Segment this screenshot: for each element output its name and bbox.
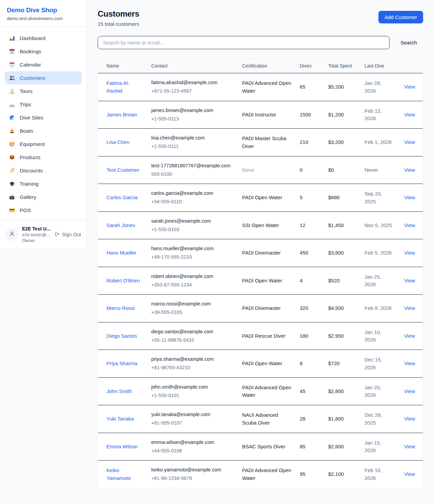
view-link[interactable]: View bbox=[404, 444, 415, 449]
view-link[interactable]: View bbox=[404, 305, 415, 311]
view-link[interactable]: View bbox=[404, 139, 415, 145]
view-link[interactable]: View bbox=[404, 416, 415, 422]
sidebar-item-training[interactable]: Training bbox=[5, 177, 82, 190]
view-link[interactable]: View bbox=[404, 84, 415, 90]
view-link[interactable]: View bbox=[404, 250, 415, 256]
table-row: Hans Mueller hans.mueller@example.com +4… bbox=[98, 239, 423, 267]
table-row: Priya Sharma priya.sharma@example.com +9… bbox=[98, 350, 423, 378]
customer-name-link[interactable]: Robert O'Brien bbox=[106, 278, 140, 283]
customer-certification: PADI Rescue Diver bbox=[238, 322, 296, 350]
sidebar-item-label: Boats bbox=[20, 128, 33, 134]
customer-name-link[interactable]: Carlos Garcia bbox=[106, 194, 138, 200]
customer-last-dive: Feb 12, 2026 bbox=[360, 101, 396, 129]
customer-dives: 65 bbox=[296, 73, 324, 101]
customer-name-link[interactable]: Marco Rossi bbox=[106, 305, 135, 311]
view-link[interactable]: View bbox=[404, 333, 415, 339]
table-row: Lisa Chen lisa.chen@example.com +1-555-0… bbox=[98, 129, 423, 156]
customer-total-spent: $2,100 bbox=[324, 461, 360, 488]
customer-total-spent: $1,450 bbox=[324, 211, 360, 239]
column-header-name: Name bbox=[98, 59, 147, 73]
search-input[interactable] bbox=[98, 36, 390, 49]
customer-name-link[interactable]: James Brown bbox=[106, 112, 137, 117]
sidebar-item-dive-sites[interactable]: Dive Sites bbox=[5, 111, 82, 124]
customer-name-link[interactable]: Fatima Al-Rashid bbox=[106, 80, 130, 94]
gallery-icon bbox=[9, 194, 15, 200]
customer-last-dive: Dec 28, 2025 bbox=[360, 405, 396, 433]
dashboard-icon bbox=[9, 35, 15, 41]
customer-name-link[interactable]: Diego Santos bbox=[106, 333, 137, 339]
customer-last-dive: Nov 5, 2025 bbox=[360, 211, 396, 239]
sidebar-item-bookings[interactable]: 17Bookings bbox=[5, 45, 82, 58]
customer-total-spent: $4,500 bbox=[324, 295, 360, 322]
customer-email: lisa.chen@example.com bbox=[151, 134, 234, 142]
customer-name-link[interactable]: Test Customer bbox=[106, 167, 139, 173]
column-header-last-dive: Last Dive bbox=[360, 59, 396, 73]
pos-icon bbox=[9, 207, 15, 213]
customer-total-spent: $5,200 bbox=[324, 73, 360, 101]
customer-name-link[interactable]: Hans Mueller bbox=[106, 250, 136, 256]
customer-certification: PADI Advanced Open Water bbox=[238, 461, 296, 488]
table-row: Fatima Al-Rashid fatima.alrashid@example… bbox=[98, 73, 423, 101]
table-row: Carlos Garcia carlos.garcia@example.com … bbox=[98, 184, 423, 212]
customer-certification: PADI Divemaster bbox=[238, 239, 296, 267]
sidebar-item-label: Training bbox=[20, 181, 38, 187]
customer-email: fatima.alrashid@example.com bbox=[151, 79, 234, 87]
view-link[interactable]: View bbox=[404, 471, 415, 477]
search-row: Search bbox=[98, 36, 423, 49]
customer-dives: 45 bbox=[296, 377, 324, 405]
trips-icon bbox=[9, 101, 15, 108]
sidebar-item-equipment[interactable]: Equipment bbox=[5, 137, 82, 151]
customer-email: keiko.yamamoto@example.com bbox=[151, 466, 234, 474]
page-subtitle: 15 total customers bbox=[98, 21, 139, 27]
view-link[interactable]: View bbox=[404, 112, 415, 117]
table-row: Keiko Yamamoto keiko.yamamoto@example.co… bbox=[98, 461, 423, 488]
table-row: Sarah Jones sarah.jones@example.com +1-5… bbox=[98, 211, 423, 239]
sidebar-item-discounts[interactable]: Discounts bbox=[5, 164, 82, 177]
sidebar-item-tours[interactable]: Tours bbox=[5, 85, 82, 98]
customer-name-link[interactable]: Yuki Tanaka bbox=[106, 416, 134, 422]
sidebar-item-gallery[interactable]: Gallery bbox=[5, 190, 82, 204]
sidebar-item-trips[interactable]: Trips bbox=[5, 98, 82, 111]
sidebar-item-dashboard[interactable]: Dashboard bbox=[5, 32, 82, 45]
sidebar-item-products[interactable]: Products bbox=[5, 151, 82, 164]
page-title: Customers bbox=[98, 9, 139, 19]
customer-email: priya.sharma@example.com bbox=[151, 356, 234, 363]
customer-phone: +1-555-0113 bbox=[151, 115, 234, 123]
customer-phone: +81-555-0107 bbox=[151, 419, 234, 427]
column-header-contact: Contact bbox=[147, 59, 238, 73]
sidebar-item-boats[interactable]: Boats bbox=[5, 124, 82, 137]
search-button[interactable]: Search bbox=[400, 37, 417, 49]
add-customer-button[interactable]: Add Customer bbox=[378, 11, 423, 23]
sidebar-item-pos[interactable]: POS bbox=[5, 204, 82, 217]
customer-name-link[interactable]: Emma Wilson bbox=[106, 444, 138, 449]
avatar bbox=[5, 228, 18, 241]
customer-name-link[interactable]: Sarah Jones bbox=[106, 222, 135, 228]
customer-name-link[interactable]: John Smith bbox=[106, 388, 132, 394]
customer-email: carlos.garcia@example.com bbox=[151, 190, 234, 197]
customer-total-spent: $2,600 bbox=[324, 433, 360, 461]
customer-phone: +49-170-555-2233 bbox=[151, 254, 234, 261]
customer-certification: PADI Open Water bbox=[238, 267, 296, 295]
sidebar-item-customers[interactable]: Customers bbox=[5, 71, 82, 85]
sidebar-item-calendar[interactable]: Calendar bbox=[5, 58, 82, 71]
customer-certification: BSAC Sports Diver bbox=[238, 433, 296, 461]
customer-total-spent: $2,850 bbox=[324, 377, 360, 405]
sidebar-item-label: Dive Sites bbox=[20, 115, 43, 121]
table-row: Diego Santos diego.santos@example.com +5… bbox=[98, 322, 423, 350]
table-row: James Brown james.brown@example.com +1-5… bbox=[98, 101, 423, 129]
view-link[interactable]: View bbox=[404, 167, 415, 173]
customer-name-link[interactable]: Keiko Yamamoto bbox=[106, 467, 131, 481]
customer-name-link[interactable]: Lisa Chen bbox=[106, 139, 130, 145]
view-link[interactable]: View bbox=[404, 360, 415, 366]
bookings-icon: 17 bbox=[9, 48, 15, 55]
view-link[interactable]: View bbox=[404, 194, 415, 200]
sign-out-button[interactable]: Sign Out bbox=[54, 231, 81, 238]
customer-name-link[interactable]: Priya Sharma bbox=[106, 360, 137, 366]
view-link[interactable]: View bbox=[404, 388, 415, 394]
table-header-row: Name Contact Certification Dives Total S… bbox=[98, 59, 423, 73]
dive-sites-icon bbox=[9, 114, 15, 121]
view-link[interactable]: View bbox=[404, 222, 415, 228]
view-link[interactable]: View bbox=[404, 278, 415, 283]
customer-last-dive: Feb 10, 2026 bbox=[360, 461, 396, 488]
customer-last-dive: Jan 15, 2026 bbox=[360, 433, 396, 461]
